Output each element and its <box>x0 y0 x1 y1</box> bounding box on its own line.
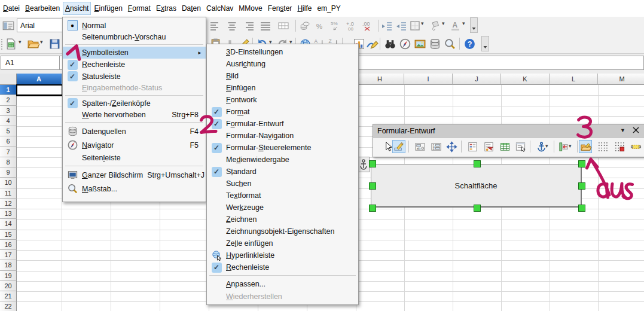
selection-handle[interactable] <box>578 182 585 190</box>
menubar-item-hilfe[interactable]: Hilfe <box>295 2 314 15</box>
data-sources-icon[interactable] <box>429 38 441 50</box>
menu-item-symbolleisten[interactable]: Symbolleisten► <box>63 47 206 59</box>
submenu-item-fontwork[interactable]: Fontwork <box>207 94 358 106</box>
row-header-2[interactable]: 2 <box>0 95 17 105</box>
decrease-indent-icon[interactable] <box>395 20 407 32</box>
menubar-item-format[interactable]: Format <box>126 2 153 15</box>
menubar-item-calcnav[interactable]: CalcNav <box>204 2 236 15</box>
dropdown-arrow-icon[interactable]: ▾ <box>40 39 43 45</box>
align-justify-icon[interactable] <box>260 20 271 32</box>
align-left-icon[interactable] <box>209 20 221 32</box>
submenu-item-medienwiedergabe[interactable]: Medienwiedergabe <box>207 154 358 166</box>
row-header-4[interactable]: 4 <box>0 116 17 126</box>
dropdown-arrow-icon[interactable]: ▾ <box>421 20 424 26</box>
menubar-item-ansicht[interactable]: Ansicht <box>63 2 91 15</box>
menubar-item-extras[interactable]: Extras <box>154 2 179 15</box>
dropdown-arrow-icon[interactable]: ▾ <box>569 143 572 149</box>
selection-handle[interactable] <box>369 205 376 212</box>
submenu-item-ausrichtung[interactable]: Ausrichtung <box>207 58 358 70</box>
selection-handle[interactable] <box>369 160 376 167</box>
menubar-item-em-py[interactable]: em_PY <box>315 2 343 15</box>
toolbar-grip[interactable] <box>1 39 3 50</box>
row-header-17[interactable]: 17 <box>0 250 17 260</box>
row-header-1[interactable]: 1 <box>0 85 17 95</box>
find-replace-icon[interactable] <box>384 38 396 50</box>
add-decimal-icon[interactable]: +.000 <box>346 20 358 32</box>
column-header-m[interactable]: M <box>598 74 644 85</box>
submenu-item-textformat[interactable]: Textformat <box>207 190 358 202</box>
row-header-11[interactable]: 11 <box>0 188 17 199</box>
increase-indent-icon[interactable] <box>381 20 393 32</box>
helplines-while-moving-button[interactable] <box>629 140 642 153</box>
column-header-j[interactable]: J <box>453 74 501 85</box>
submenu-item-3d-einstellungen[interactable]: 3D-Einstellungen <box>207 46 358 58</box>
row-header-9[interactable]: 9 <box>0 167 17 178</box>
activation-order-button[interactable]: 12 <box>429 140 442 153</box>
submenu-item-anpassen[interactable]: Anpassen... <box>207 278 358 290</box>
dropdown-arrow-icon[interactable]: ▾ <box>545 143 548 149</box>
gallery-icon[interactable] <box>414 38 426 50</box>
submenu-item-suchen[interactable]: Suchen <box>207 178 358 190</box>
toolbar-overflow-button[interactable] <box>470 17 478 33</box>
row-header-16[interactable]: 16 <box>0 240 17 250</box>
submenu-item-zeichnen[interactable]: Zeichnen <box>207 214 358 225</box>
row-header-7[interactable]: 7 <box>0 147 17 157</box>
name-box[interactable]: A1 <box>1 56 60 70</box>
menubar-item-mmove[interactable]: MMove <box>236 2 264 15</box>
selection-handle[interactable] <box>578 160 585 167</box>
menu-item-ganzer-bildschirm[interactable]: Ganzer BildschirmStrg+Umschalt+J <box>63 168 206 182</box>
percent-format-icon[interactable]: % <box>315 20 325 32</box>
borders-icon[interactable] <box>409 20 421 32</box>
zoom-icon[interactable] <box>444 38 456 50</box>
help-icon[interactable]: ? <box>463 38 476 50</box>
selection-handle[interactable] <box>474 205 481 212</box>
open-document-icon[interactable] <box>27 38 39 50</box>
toolbar-menu-icon[interactable]: ▼ <box>620 127 625 133</box>
dropdown-arrow-icon[interactable]: ▾ <box>442 20 445 26</box>
submenu-item-werkzeuge[interactable]: Werkzeuge <box>207 202 358 214</box>
open-in-design-mode-button[interactable] <box>579 140 592 153</box>
snap-to-grid-button[interactable] <box>613 140 626 153</box>
font-color-icon[interactable]: A <box>450 20 462 32</box>
select-all-corner[interactable] <box>0 74 17 85</box>
menu-item-eingabemethode-status[interactable]: Eingabemethode-Status <box>63 82 206 93</box>
selected-cell-a1[interactable] <box>16 84 63 96</box>
submenu-item-rechenleiste[interactable]: ✓Rechenleiste <box>207 261 358 273</box>
column-header-a[interactable]: A <box>17 74 62 85</box>
table-control-button[interactable] <box>498 140 511 153</box>
menubar-item-fenster[interactable]: Fenster <box>265 2 295 15</box>
menubar-item-datei[interactable]: Datei <box>1 2 22 15</box>
menu-item-navigator[interactable]: NavigatorF5 <box>63 138 206 152</box>
save-icon[interactable] <box>48 38 61 50</box>
background-color-icon[interactable] <box>429 20 441 32</box>
submenu-item-einf-gen[interactable]: Einfügen <box>207 82 358 94</box>
row-header-13[interactable]: 13 <box>0 209 17 219</box>
form-navigator-button[interactable] <box>514 140 527 153</box>
toolbar-overflow-button[interactable] <box>481 36 489 51</box>
row-header-21[interactable]: 21 <box>0 291 17 301</box>
delete-decimal-icon[interactable]: .00 <box>361 20 374 32</box>
row-header-15[interactable]: 15 <box>0 230 17 240</box>
new-document-icon[interactable] <box>5 38 17 50</box>
submenu-item-format[interactable]: ✓Format <box>207 106 358 118</box>
add-field-button[interactable]: ab <box>413 140 426 153</box>
submenu-item-standard[interactable]: ✓Standard <box>207 166 358 178</box>
menubar-item-daten[interactable]: Daten <box>179 2 203 15</box>
column-header-l[interactable]: L <box>550 74 598 85</box>
menu-item-statusleiste[interactable]: ✓Statusleiste <box>63 71 206 82</box>
number-format-icon[interactable]: 5% <box>329 20 342 32</box>
row-header-5[interactable]: 5 <box>0 126 17 136</box>
menu-item-werte-hervorheben[interactable]: Werte hervorhebenStrg+F8 <box>63 109 206 120</box>
close-icon[interactable] <box>632 126 640 136</box>
styles-icon[interactable] <box>2 19 15 32</box>
form-design-toolbar-titlebar[interactable]: Formular-Entwurf ▼ <box>373 124 644 138</box>
draw-functions-icon[interactable] <box>366 38 379 50</box>
menu-item-spalten-zeilenk-pfe[interactable]: ✓Spalten-/Zeilenköpfe <box>63 97 206 109</box>
row-header-20[interactable]: 20 <box>0 281 17 291</box>
menu-item-rechenleiste[interactable]: ✓Rechenleiste <box>63 59 206 71</box>
currency-format-icon[interactable] <box>299 20 311 32</box>
row-header-22[interactable]: 22 <box>0 301 17 311</box>
position-and-size-button[interactable] <box>445 140 458 153</box>
menu-item-datenquellen[interactable]: DatenquellenF4 <box>63 124 206 138</box>
column-header-i[interactable]: I <box>404 74 453 85</box>
